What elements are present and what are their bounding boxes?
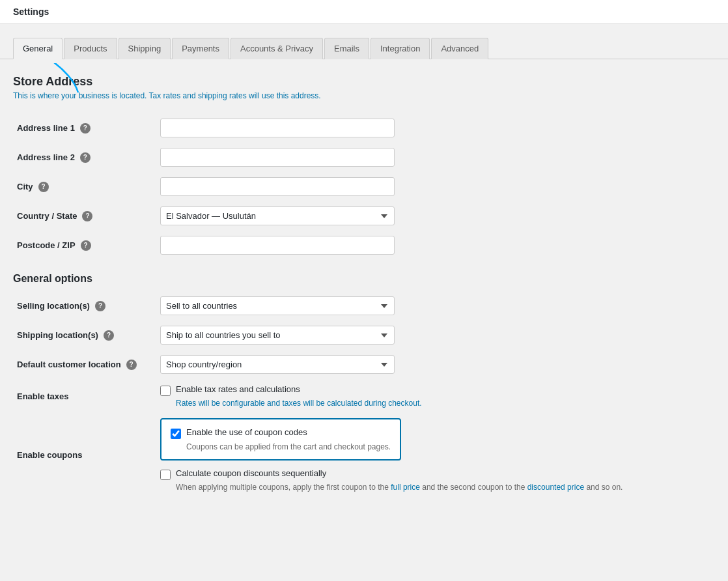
sequential-coupons-label[interactable]: Calculate coupon discounts sequentially: [176, 468, 326, 478]
page-title: Settings: [13, 7, 49, 17]
country-state-row: Country / State ? El Salvador — Usulután: [13, 201, 715, 231]
address-line1-row: Address line 1 ?: [13, 113, 715, 143]
tab-emails[interactable]: Emails: [324, 38, 369, 59]
tab-products[interactable]: Products: [64, 38, 117, 59]
tab-integration[interactable]: Integration: [371, 38, 430, 59]
selling-locations-row: Selling location(s) ? Sell to all countr…: [13, 291, 715, 320]
country-state-select[interactable]: El Salvador — Usulután: [160, 206, 395, 225]
selling-locations-label: Selling location(s) ?: [13, 291, 156, 320]
postcode-label: Postcode / ZIP ?: [13, 231, 156, 260]
city-help-icon[interactable]: ?: [38, 182, 49, 192]
address-line2-help-icon[interactable]: ?: [80, 152, 91, 163]
address-line2-row: Address line 2 ?: [13, 143, 715, 172]
store-address-title: Store Address: [13, 75, 92, 89]
shipping-locations-label: Shipping location(s) ?: [13, 320, 156, 350]
sequential-coupon-row: Calculate coupon discounts sequentially …: [160, 468, 711, 492]
shipping-locations-help-icon[interactable]: ?: [104, 330, 114, 341]
tab-shipping[interactable]: Shipping: [119, 38, 171, 59]
enable-coupons-checkbox[interactable]: [171, 429, 181, 439]
enable-coupons-desc: Coupons can be applied from the cart and…: [186, 442, 391, 451]
general-options-title: General options: [13, 273, 715, 285]
selling-locations-select[interactable]: Sell to all countries Sell to specific c…: [160, 296, 395, 315]
page-header: Settings: [0, 0, 728, 24]
sequential-coupons-checkbox[interactable]: [160, 470, 171, 480]
coupon-box: Enable the use of coupon codes Coupons c…: [160, 418, 401, 461]
default-customer-location-row: Default customer location ? No location …: [13, 350, 715, 379]
postcode-help-icon[interactable]: ?: [81, 240, 91, 251]
shipping-locations-row: Shipping location(s) ? Ship to all count…: [13, 320, 715, 350]
store-address-desc: This is where your business is located. …: [13, 91, 715, 100]
tab-advanced[interactable]: Advanced: [431, 38, 488, 59]
address-line2-label: Address line 2 ?: [13, 143, 156, 172]
store-address-form: Address line 1 ? Address line 2 ?: [13, 113, 715, 260]
tab-general[interactable]: General: [13, 38, 63, 59]
tab-payments[interactable]: Payments: [172, 38, 229, 59]
enable-coupons-checkbox-row: Enable the use of coupon codes: [171, 427, 391, 439]
default-customer-location-select[interactable]: No location by default Shop base address…: [160, 355, 395, 374]
enable-coupons-label: Enable coupons: [13, 413, 156, 497]
shipping-locations-select[interactable]: Ship to all countries you sell to Ship t…: [160, 326, 395, 345]
content-area: Store Address This is where your busines…: [0, 59, 728, 567]
country-state-help-icon[interactable]: ?: [82, 211, 92, 221]
postcode-row: Postcode / ZIP ?: [13, 231, 715, 260]
enable-coupons-checkbox-label[interactable]: Enable the use of coupon codes: [186, 427, 307, 437]
address-line1-label: Address line 1 ?: [13, 113, 156, 143]
city-row: City ?: [13, 172, 715, 201]
tabs-bar: General Products Shipping Payments Accou…: [0, 24, 728, 59]
enable-taxes-checkbox-label[interactable]: Enable tax rates and calculations: [176, 384, 300, 394]
tab-accounts-privacy[interactable]: Accounts & Privacy: [231, 38, 323, 59]
sequential-coupons-desc: When applying multiple coupons, apply th…: [176, 483, 711, 492]
general-options-form: Selling location(s) ? Sell to all countr…: [13, 291, 715, 497]
selling-locations-help-icon[interactable]: ?: [95, 301, 105, 311]
enable-taxes-desc: Rates will be configurable and taxes wil…: [176, 399, 711, 408]
enable-taxes-label: Enable taxes: [13, 379, 156, 413]
enable-taxes-checkbox[interactable]: [160, 386, 171, 396]
enable-coupons-row: Enable coupons Enable the use of coupon …: [13, 413, 715, 497]
address-line1-help-icon[interactable]: ?: [80, 123, 91, 134]
address-line2-input[interactable]: [160, 148, 395, 167]
city-input[interactable]: [160, 177, 395, 196]
country-state-label: Country / State ?: [13, 201, 156, 231]
postcode-input[interactable]: [160, 236, 395, 255]
address-line1-input[interactable]: [160, 119, 395, 137]
enable-taxes-row: Enable taxes Enable tax rates and calcul…: [13, 379, 715, 413]
default-customer-location-help-icon[interactable]: ?: [126, 360, 137, 370]
city-label: City ?: [13, 172, 156, 201]
enable-taxes-checkbox-row: Enable tax rates and calculations: [160, 384, 711, 396]
default-customer-location-label: Default customer location ?: [13, 350, 156, 379]
store-address-section: Store Address: [13, 75, 92, 91]
